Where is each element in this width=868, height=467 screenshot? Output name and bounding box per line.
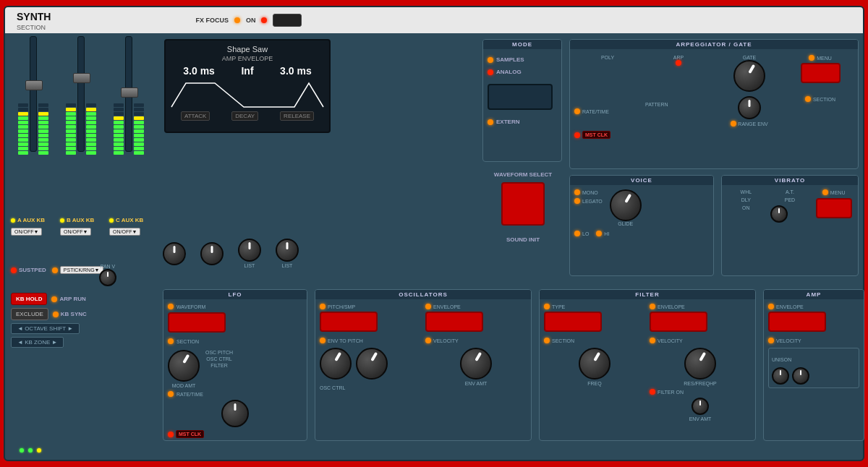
pan-label: PAN V	[101, 264, 116, 269]
glide-knob[interactable]	[610, 189, 642, 221]
osc-vel-row: VELOCITY	[425, 338, 527, 343]
aux-a-btn[interactable]: ON/OFF▼	[11, 228, 42, 236]
display-values: 3.0 ms Inf 3.0 ms	[170, 65, 325, 77]
exclude-btn[interactable]: EXCLUDE	[11, 308, 48, 320]
brand-block: SYNTH SECTION	[17, 10, 51, 31]
amp-vel-row: VELOCITY	[768, 338, 859, 343]
lo-led	[574, 231, 580, 236]
osc-controls: PITCH/SMP ENV TO PITCH OSC CTRL	[315, 299, 531, 397]
filter-freq-knob[interactable]	[579, 348, 610, 380]
filter-env-amt-group: RES/FREQHP FILTER ON ENV AMT	[650, 348, 751, 421]
fader-a-meters	[18, 39, 48, 155]
voice-title: VOICE	[570, 176, 713, 185]
kb-zone-row: ◄ KB ZONE ►	[11, 337, 163, 348]
osc-vel-label: VELOCITY	[433, 338, 459, 343]
lfo-section-row: SECTION	[168, 338, 302, 344]
vibrato-toggle[interactable]	[816, 198, 852, 218]
vibrato-depth-knob[interactable]	[770, 205, 788, 223]
filter-env-toggle[interactable]	[650, 312, 707, 332]
sustped-area: SUSTPED PSTICK/RNG▼	[11, 266, 103, 274]
fader-track-c[interactable]	[125, 36, 132, 152]
filter-env-amt-knob[interactable]	[692, 398, 709, 415]
pan-knob[interactable]	[99, 269, 116, 286]
unison-box: UNISON	[768, 348, 859, 388]
octave-shift-btn[interactable]: ◄ OCTAVE SHIFT ►	[11, 323, 80, 334]
lfo-filter-knob[interactable]	[221, 400, 249, 427]
filter-section-led	[544, 338, 550, 343]
arp-run-label: ARP RUN	[59, 296, 85, 302]
osc-pitch-toggle[interactable]	[320, 312, 378, 332]
attack-label: ATTACK	[181, 111, 210, 121]
osc-knob-1[interactable]	[320, 348, 352, 380]
amp-env-toggle[interactable]	[768, 312, 826, 332]
fader-c-meters	[114, 39, 144, 155]
lfo-waveform-toggle[interactable]	[168, 312, 226, 333]
fader-handle-a[interactable]	[25, 80, 43, 90]
filter-env-amt-knob-group: ENV AMT	[650, 398, 751, 421]
osc-env-amt-knob[interactable]	[460, 348, 492, 380]
status-led-3	[37, 448, 41, 453]
lfo-rate-knob[interactable]	[168, 350, 200, 382]
osc-knob-2[interactable]	[356, 348, 388, 380]
knob-sustain[interactable]	[238, 239, 261, 262]
waveform-toggle[interactable]	[501, 182, 545, 226]
on-vib-label: ON	[726, 205, 766, 210]
knob-group-3: LIST	[238, 239, 261, 268]
aux-c-label: C AUX KB	[109, 217, 156, 223]
osc-env-amt-label: ENV AMT	[465, 381, 488, 386]
fader-handle-b[interactable]	[73, 73, 90, 83]
lfo-filter-knob-group	[168, 400, 302, 427]
waveform-label-area: WAVEFORM SELECT	[480, 166, 566, 179]
filter-res-knob[interactable]	[684, 348, 716, 380]
aux-b-btn[interactable]: ON/OFF▼	[60, 228, 91, 236]
lfo-routes: OSC PITCH OSC CTRL FILTER	[205, 350, 233, 388]
fader-track-b[interactable]	[77, 36, 85, 152]
list-label-1: LIST	[244, 263, 255, 268]
filter-type-toggle[interactable]	[544, 312, 602, 332]
arp-mst-led	[574, 132, 580, 138]
fader-track-a[interactable]	[30, 36, 37, 152]
main-toggle[interactable]	[273, 14, 302, 27]
sustped-led	[11, 267, 17, 273]
arp-main-knob[interactable]	[733, 60, 765, 92]
osc-title: OSCILLATORS	[315, 290, 531, 299]
fader-handle-c[interactable]	[121, 87, 138, 98]
filter-res-label: RES/FREQHP	[684, 381, 717, 386]
aux-c-btn[interactable]: ON/OFF▼	[109, 228, 140, 236]
osc-env-toggle[interactable]	[425, 312, 483, 332]
knob-decay[interactable]	[200, 242, 224, 265]
octave-row: ◄ OCTAVE SHIFT ►	[11, 323, 163, 334]
lfo-mst-label: MST CLK	[176, 430, 204, 438]
mode-toggle[interactable]	[488, 84, 553, 110]
arp-led	[676, 60, 681, 66]
env-pitch-row: ENV TO PITCH	[320, 338, 421, 343]
kb-hold-btn[interactable]: KB HOLD	[11, 293, 47, 305]
filter-vel-row: VELOCITY	[650, 338, 751, 343]
legato-led	[574, 198, 580, 204]
knob-release[interactable]	[276, 239, 299, 262]
vib-menu-row: MENU	[822, 189, 846, 195]
lfo-section-label: SECTION	[176, 339, 199, 344]
osc-env-label: ENVELOPE	[433, 304, 461, 309]
decay-label: DECAY	[231, 111, 258, 121]
aux-controls: A AUX KB ON/OFF▼ B AUX KB ON/OFF▼ C AUX …	[11, 217, 156, 236]
arp-menu-toggle[interactable]	[801, 63, 841, 83]
fader-b-meters	[66, 39, 96, 155]
bottom-leds	[20, 448, 41, 453]
unison-knob-2[interactable]	[792, 367, 809, 385]
lfo-knobs-row: MOD AMT OSC PITCH OSC CTRL FILTER	[168, 350, 302, 388]
mono-led	[574, 189, 580, 195]
arp-rate-led	[574, 108, 580, 114]
on-label: ON	[246, 17, 256, 24]
kb-zone-btn[interactable]: ◄ KB ZONE ►	[11, 337, 64, 348]
filter-section-row: SECTION	[544, 338, 645, 343]
pstick-ctrl: PSTICK/RNG▼	[52, 266, 103, 274]
osc-knob-1-group	[320, 348, 352, 380]
env-pitch-label: ENV TO PITCH	[328, 338, 363, 343]
extern-row: EXTERN	[488, 119, 557, 125]
pstick-btn[interactable]: PSTICK/RNG▼	[60, 266, 103, 274]
lfo-mst-row: MST CLK	[168, 430, 302, 438]
arp-range-knob[interactable]	[738, 96, 761, 119]
unison-knob-1[interactable]	[772, 367, 789, 385]
knob-attack[interactable]	[163, 242, 186, 265]
